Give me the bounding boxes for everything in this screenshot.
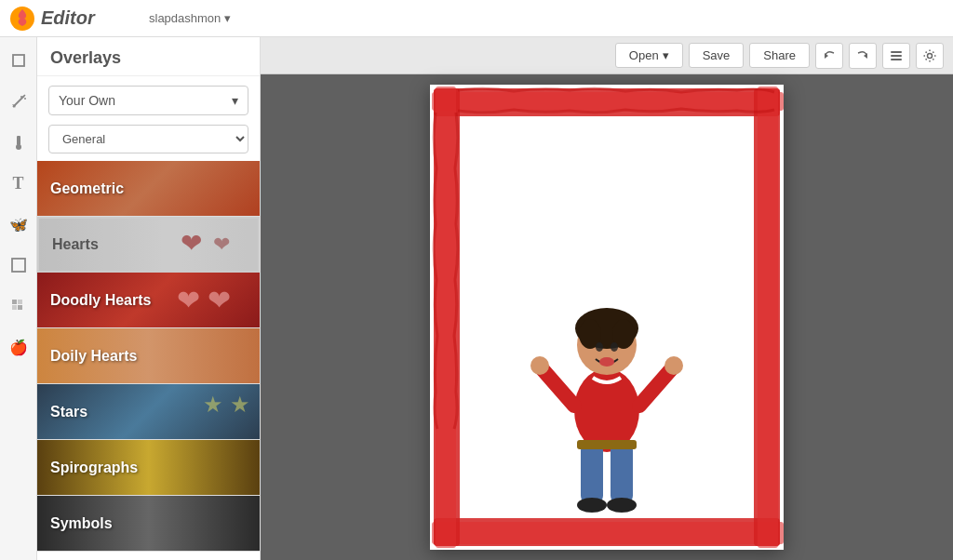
svg-rect-41 xyxy=(611,443,633,503)
svg-rect-11 xyxy=(18,300,22,304)
layers-button[interactable] xyxy=(882,43,910,69)
magic-tool[interactable] xyxy=(5,87,33,115)
overlay-item-geometric[interactable]: Geometric xyxy=(37,161,260,217)
sidebar: Overlays Your Own ▾ General Geometric xyxy=(37,37,261,560)
svg-rect-13 xyxy=(18,305,22,310)
username-label: slapdashmon xyxy=(149,11,221,25)
svg-rect-40 xyxy=(581,443,603,503)
save-button[interactable]: Save xyxy=(689,43,745,68)
canvas-toolbar: Open ▾ Save Share xyxy=(261,37,953,74)
settings-button[interactable] xyxy=(916,43,944,69)
svg-line-36 xyxy=(542,368,574,406)
svg-rect-23 xyxy=(432,522,784,544)
overlay-label-hearts: Hearts xyxy=(39,219,258,271)
left-toolbar: T 🦋 🍎 xyxy=(0,37,37,560)
top-bar: Editor slapdashmon ▾ xyxy=(0,0,953,37)
svg-rect-16 xyxy=(891,51,902,53)
your-own-dropdown[interactable]: Your Own ▾ xyxy=(48,86,248,115)
share-button[interactable]: Share xyxy=(749,43,810,68)
sidebar-title: Overlays xyxy=(37,37,260,76)
svg-rect-12 xyxy=(12,305,17,310)
overlay-label-doily-hearts: Doily Hearts xyxy=(37,328,260,383)
svg-point-38 xyxy=(530,356,549,375)
svg-rect-10 xyxy=(12,300,17,304)
svg-rect-1 xyxy=(13,55,24,66)
child-photo xyxy=(495,206,718,522)
overlay-item-symbols[interactable]: Symbols xyxy=(37,496,260,552)
svg-rect-18 xyxy=(891,59,902,60)
text-tool[interactable]: T xyxy=(5,169,33,197)
overlay-item-spirographs[interactable]: Spirographs xyxy=(37,440,260,496)
your-own-label: Your Own xyxy=(59,93,115,108)
child-figure xyxy=(514,224,700,522)
overlay-label-spirographs: Spirographs xyxy=(37,440,260,495)
logo-area: Editor xyxy=(0,6,140,32)
overlay-label-geometric: Geometric xyxy=(37,161,260,216)
svg-point-33 xyxy=(596,342,603,352)
svg-rect-25 xyxy=(436,87,456,548)
grid-tool[interactable] xyxy=(5,292,33,320)
overlay-item-stars[interactable]: ★ ★ Stars xyxy=(37,384,260,440)
svg-point-8 xyxy=(16,144,21,150)
overlay-item-doily-hearts[interactable]: Doily Hearts xyxy=(37,328,260,384)
overlay-label-symbols: Symbols xyxy=(37,496,260,551)
save-label: Save xyxy=(703,48,731,62)
svg-rect-22 xyxy=(434,518,780,546)
svg-rect-9 xyxy=(12,259,25,272)
butterfly-tool[interactable]: 🦋 xyxy=(5,210,33,238)
svg-line-37 xyxy=(639,368,672,406)
svg-rect-20 xyxy=(434,88,780,116)
svg-point-35 xyxy=(599,357,614,367)
svg-rect-17 xyxy=(891,55,902,57)
overlay-label-stars: Stars xyxy=(37,384,260,439)
logo-icon xyxy=(9,6,35,32)
category-dropdown-row: General xyxy=(37,125,260,161)
svg-rect-24 xyxy=(434,88,460,546)
undo-button[interactable] xyxy=(815,43,843,69)
overlay-label-doodly-hearts: Doodly Hearts xyxy=(37,273,260,327)
category-dropdown[interactable]: General xyxy=(48,125,248,153)
svg-rect-26 xyxy=(754,88,780,546)
svg-point-19 xyxy=(928,53,933,58)
overlay-item-doodly-hearts[interactable]: ❤ ❤ Doodly Hearts xyxy=(37,273,260,328)
frame-tool[interactable] xyxy=(5,251,33,279)
logo-text: Editor xyxy=(41,7,95,29)
crop-tool[interactable] xyxy=(5,47,33,74)
overlay-list: Geometric ❤ ❤ Hearts ❤ ❤ Doodly Hear xyxy=(37,161,260,560)
open-label: Open xyxy=(629,48,659,62)
svg-rect-27 xyxy=(758,87,778,548)
svg-line-6 xyxy=(23,95,25,97)
open-button[interactable]: Open ▾ xyxy=(615,43,683,68)
dropdown-chevron-icon: ▾ xyxy=(232,93,238,108)
svg-rect-21 xyxy=(432,92,784,111)
brush-tool[interactable] xyxy=(5,128,33,156)
user-dropdown[interactable]: slapdashmon ▾ xyxy=(149,11,231,25)
svg-point-34 xyxy=(611,342,618,352)
canvas-frame xyxy=(430,85,784,550)
svg-rect-7 xyxy=(17,136,20,145)
main-layout: T 🦋 🍎 Overlays Your Own ▾ xyxy=(0,37,953,560)
svg-point-43 xyxy=(577,498,607,513)
overlay-item-hearts[interactable]: ❤ ❤ Hearts xyxy=(37,217,260,273)
apple-tool[interactable]: 🍎 xyxy=(5,333,33,361)
dropdown-arrow-icon: ▾ xyxy=(224,11,231,25)
svg-point-39 xyxy=(664,356,683,375)
svg-rect-42 xyxy=(577,440,637,449)
canvas-content xyxy=(261,74,953,560)
redo-button[interactable] xyxy=(849,43,877,69)
share-label: Share xyxy=(763,48,796,62)
your-own-dropdown-row: Your Own ▾ xyxy=(37,76,260,125)
svg-point-44 xyxy=(607,498,637,513)
open-arrow-icon: ▾ xyxy=(663,48,669,62)
canvas-area: Open ▾ Save Share xyxy=(261,37,953,560)
